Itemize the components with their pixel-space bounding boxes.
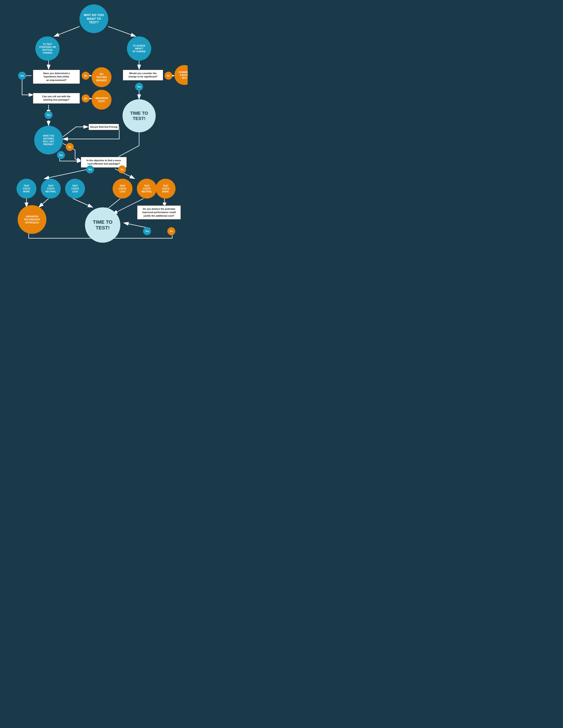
assess-label: TO ASSESSIMPACTOF CHANGE <box>132 44 146 53</box>
significant-no-label: No <box>164 72 172 80</box>
main-question-circle: WHY DO YOU WANT TO TEST? <box>79 4 108 33</box>
test-costs-neutral-left-label: TESTCOSTSNEUTRAL <box>45 184 56 193</box>
significant-yes-label: Yes <box>135 83 143 91</box>
test-costs-more-right-label: TESTCOSTSMORE <box>162 184 169 193</box>
main-question-label: WHY DO YOU WANT TO TEST? <box>84 13 104 24</box>
time-to-test-right-label: TIME TOTEST! <box>130 111 148 121</box>
test-costs-less-left: TESTCOSTSLESS <box>65 179 85 199</box>
abandon-revisit-circle: ABANDONTEST/REVISITAPPROACH <box>18 205 46 234</box>
abandon-revisit-label: ABANDONTEST/REVISITAPPROACH <box>24 215 40 224</box>
secure-rollout-text: Secure Roll-Out Pricing <box>90 126 117 128</box>
secured-circle: HAVE YOUSECUREDROLL-OUTPRICING? <box>34 126 63 154</box>
strategic-label: TO TESTSTRATEGIC ORTACTICALCHANGE <box>39 43 56 54</box>
justify-yes-label: Yes <box>143 227 151 235</box>
svg-line-8 <box>44 169 90 179</box>
time-to-test-bottom-label: TIME TOTEST! <box>93 219 113 231</box>
cost-yes-label: Yes <box>86 165 94 173</box>
hypothesis-no-label: No <box>82 72 90 80</box>
test-costs-less-right-label: TESTCOSTSLESS <box>119 184 126 193</box>
cost-effective-text: Is the objective to find a morecost-effe… <box>86 159 121 165</box>
justify-no-label: No <box>167 227 175 235</box>
hypothesis-box: Have you determined ahypothesis that yie… <box>33 69 80 84</box>
test-costs-neutral-left: TESTCOSTSNEUTRAL <box>41 179 61 199</box>
secured-no-label: No <box>66 143 74 151</box>
test-costs-more-right: TESTCOSTSMORE <box>156 179 175 199</box>
significant-box: Would you consider thechange to be signi… <box>122 69 163 81</box>
justify-text: Do you believe the potentialimproved per… <box>142 208 176 217</box>
test-costs-neutral-right: TESTCOSTSNEUTRAL <box>137 179 157 199</box>
svg-line-12 <box>73 199 93 207</box>
test-costs-less-left-label: TESTCOSTSLESS <box>71 184 79 193</box>
significant-text: Would you consider thechange to be signi… <box>128 72 158 78</box>
abandon-label: ABANDONTEST! <box>95 97 108 103</box>
test-costs-more-left: TESTCOSTSMORE <box>17 179 36 199</box>
test-costs-less-right: TESTCOSTSLESS <box>113 179 132 199</box>
rollout-yes-label: Yes <box>45 111 53 119</box>
rollout-no-label: No <box>82 94 90 102</box>
rollout-text: Can you roll out with thewinning test pa… <box>42 95 70 101</box>
flowchart: WHY DO YOU WANT TO TEST? TO TESTSTRATEGI… <box>0 0 188 243</box>
assess-circle: TO ASSESSIMPACTOF CHANGE <box>127 36 151 61</box>
time-to-test-bottom: TIME TOTEST! <box>85 207 120 243</box>
strategic-circle: TO TESTSTRATEGIC ORTACTICALCHANGE <box>35 36 60 61</box>
svg-line-2 <box>108 26 136 36</box>
secure-rollout-box: Secure Roll-Out Pricing <box>88 124 119 130</box>
no-testing-circle: NOTESTINGNEEDED! <box>92 67 111 87</box>
backtest-label: CONSIDERA BACK-TEST <box>179 71 188 79</box>
time-to-test-right: TIME TOTEST! <box>122 99 156 132</box>
justify-box: Do you believe the potentialimproved per… <box>137 205 181 220</box>
svg-line-1 <box>54 26 79 36</box>
hypothesis-yes-label: Yes <box>18 72 26 80</box>
hypothesis-text: Have you determined ahypothesis that yie… <box>43 72 70 81</box>
test-costs-neutral-right-label: TESTCOSTSNEUTRAL <box>141 184 152 193</box>
backtest-circle: CONSIDERA BACK-TEST <box>174 65 188 85</box>
rollout-box: Can you roll out with thewinning test pa… <box>33 93 80 104</box>
cost-no-label: No <box>118 165 126 173</box>
svg-line-11 <box>39 199 49 207</box>
secured-yes-label: Yes <box>57 151 65 159</box>
test-costs-more-left-label: TESTCOSTSMORE <box>23 184 30 193</box>
abandon-circle: ABANDONTEST! <box>92 90 111 110</box>
no-testing-label: NOTESTINGNEEDED! <box>96 73 107 82</box>
secured-label: HAVE YOUSECUREDROLL-OUTPRICING? <box>43 134 54 146</box>
